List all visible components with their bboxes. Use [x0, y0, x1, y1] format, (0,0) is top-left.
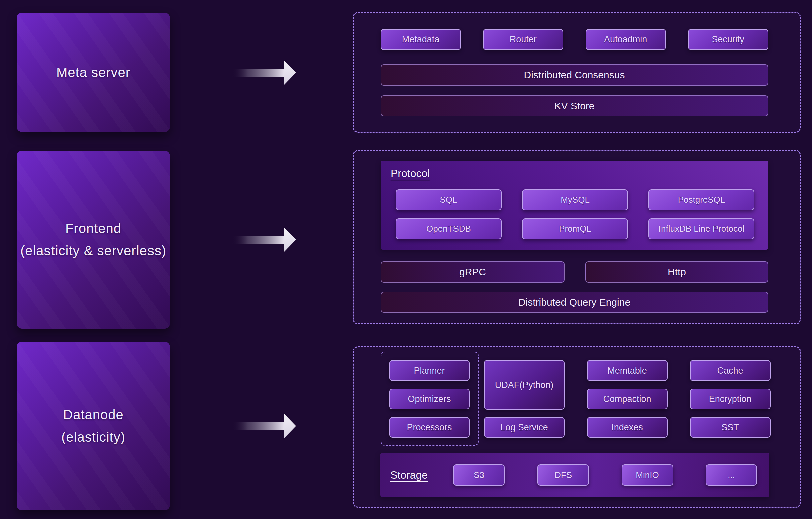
- chip-udaf-python: UDAF(Python): [484, 360, 564, 410]
- frontend-title: Frontend: [65, 221, 121, 236]
- meta-server-title: Meta server: [56, 65, 130, 80]
- frontend-subtitle: (elasticity & serverless): [20, 243, 166, 259]
- chip-log-service: Log Service: [484, 417, 564, 438]
- chip-optimizers: Optimizers: [389, 388, 469, 409]
- bar-distributed-query-engine: Distributed Query Engine: [381, 292, 768, 313]
- arrow-right-icon: [232, 58, 296, 88]
- frontend-box: Frontend (elasticity & serverless): [17, 151, 170, 329]
- chip-s3: S3: [453, 464, 505, 486]
- datanode-panel: Planner Optimizers Processors UDAF(Pytho…: [353, 346, 801, 508]
- protocol-heading: Protocol: [390, 167, 430, 180]
- architecture-diagram: Meta server Metadata Router Autoadmin Se…: [0, 0, 812, 519]
- rpc-bars-row: gRPC Http: [381, 261, 768, 283]
- arrow-right-icon: [232, 411, 296, 441]
- chip-minio: MinIO: [622, 464, 673, 486]
- chip-metadata: Metadata: [381, 29, 461, 50]
- bar-kv-store: KV Store: [381, 95, 768, 116]
- chip-processors: Processors: [389, 417, 469, 438]
- chip-memtable: Memtable: [587, 360, 668, 381]
- chip-influxdb-line-protocol: InfluxDB Line Protocol: [648, 219, 754, 239]
- frontend-panel: Protocol SQL MySQL PostgreSQL OpenTSDB P…: [353, 150, 801, 324]
- arrow-right-icon: [232, 225, 296, 255]
- storage-panel: Storage S3 DFS MinIO ...: [380, 453, 769, 497]
- bar-distributed-consensus: Distributed Consensus: [381, 64, 768, 86]
- storage-heading: Storage: [390, 469, 428, 481]
- chip-postgresql: PostgreSQL: [648, 189, 754, 210]
- meta-server-box: Meta server: [17, 13, 170, 132]
- chip-encryption: Encryption: [690, 388, 771, 409]
- chip-sql: SQL: [396, 189, 502, 210]
- datanode-subtitle: (elasticity): [61, 430, 125, 445]
- chip-autoadmin: Autoadmin: [586, 29, 666, 50]
- protocol-row-2: OpenTSDB PromQL InfluxDB Line Protocol: [396, 219, 754, 239]
- protocol-row-1: SQL MySQL PostgreSQL: [396, 189, 754, 210]
- chip-sst: SST: [690, 417, 771, 438]
- bar-http: Http: [585, 261, 768, 283]
- meta-server-panel: Metadata Router Autoadmin Security Distr…: [353, 12, 801, 133]
- chip-mysql: MySQL: [522, 189, 628, 210]
- meta-modules-row: Metadata Router Autoadmin Security: [381, 29, 768, 50]
- chip-opentsdb: OpenTSDB: [396, 219, 502, 239]
- datanode-title: Datanode: [63, 407, 123, 422]
- bar-grpc: gRPC: [381, 261, 564, 283]
- chip-planner: Planner: [389, 360, 469, 381]
- chip-more-backends: ...: [706, 464, 757, 486]
- chip-indexes: Indexes: [587, 417, 668, 438]
- chip-promql: PromQL: [522, 219, 628, 239]
- protocol-panel: Protocol SQL MySQL PostgreSQL OpenTSDB P…: [381, 161, 768, 250]
- chip-router: Router: [483, 29, 563, 50]
- datanode-box: Datanode (elasticity): [17, 342, 170, 510]
- chip-security: Security: [688, 29, 768, 50]
- chip-compaction: Compaction: [587, 388, 668, 409]
- chip-cache: Cache: [690, 360, 771, 381]
- chip-dfs: DFS: [538, 464, 589, 486]
